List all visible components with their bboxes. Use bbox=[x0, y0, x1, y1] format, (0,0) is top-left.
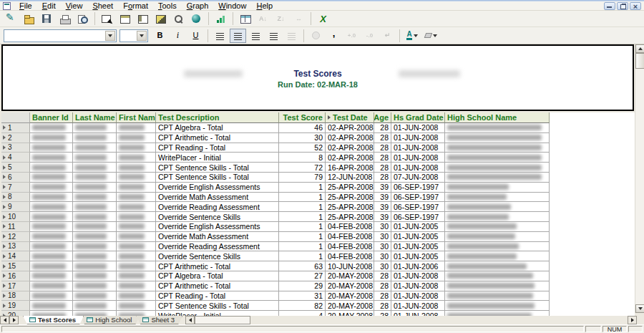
vertical-scrollbar-thumb[interactable] bbox=[635, 53, 644, 69]
cell-test_description[interactable]: WritePlacer - Initial bbox=[156, 311, 279, 316]
row-header-4[interactable]: 4 bbox=[1, 153, 30, 163]
cell-first_name[interactable] bbox=[117, 232, 156, 242]
row-header-12[interactable]: 12 bbox=[1, 232, 30, 242]
cell-first_name[interactable] bbox=[117, 271, 156, 281]
chevron-down-icon[interactable] bbox=[137, 31, 147, 41]
row-header-9[interactable]: 9 bbox=[1, 202, 30, 212]
cell-hs_grad_date[interactable]: 01-JUN-2006 bbox=[391, 261, 445, 271]
column-header-high_school_name[interactable]: High School Name bbox=[445, 112, 550, 123]
cell-test_description[interactable]: CPT Sentence Skills - Total bbox=[156, 301, 279, 311]
tab-scroll-left-button[interactable] bbox=[0, 316, 9, 324]
cell-banner_id[interactable] bbox=[30, 242, 73, 252]
menu-item-help[interactable]: Help bbox=[251, 1, 278, 10]
cell-banner_id[interactable] bbox=[30, 222, 73, 232]
cell-test_description[interactable]: WritePlacer - Initial bbox=[156, 153, 279, 163]
cell-test_score[interactable]: 27 bbox=[279, 271, 326, 281]
tab-sheet-3[interactable]: Sheet 3 bbox=[136, 316, 182, 324]
restore-button[interactable] bbox=[617, 2, 628, 10]
cell-last_name[interactable] bbox=[73, 143, 117, 153]
cell-hs_grad_date[interactable]: 06-SEP-1997 bbox=[391, 212, 445, 222]
cell-high_school_name[interactable] bbox=[445, 173, 550, 183]
cell-test_date[interactable]: 04-FEB-2008 bbox=[326, 242, 374, 252]
cell-test_description[interactable]: Override Reading Assessment bbox=[156, 242, 279, 252]
cell-test_date[interactable]: 12-JUN-2008 bbox=[326, 173, 374, 183]
cell-last_name[interactable] bbox=[73, 183, 117, 193]
cell-high_school_name[interactable] bbox=[445, 143, 550, 153]
row-header-5[interactable]: 5 bbox=[1, 163, 30, 173]
cell-banner_id[interactable] bbox=[30, 212, 73, 222]
cell-test_score[interactable]: 8 bbox=[279, 153, 326, 163]
cell-last_name[interactable] bbox=[73, 281, 117, 291]
menu-item-window[interactable]: Window bbox=[213, 1, 251, 10]
cell-hs_grad_date[interactable]: 06-SEP-1997 bbox=[391, 202, 445, 212]
cell-test_score[interactable]: 1 bbox=[279, 251, 326, 261]
cell-test_description[interactable]: CPT Sentence Skills - Total bbox=[156, 163, 279, 173]
vertical-scrollbar[interactable] bbox=[635, 44, 644, 313]
column-header-test_description[interactable]: Test Description bbox=[156, 112, 279, 123]
cell-hs_grad_date[interactable]: 01-JUN-2008 bbox=[391, 143, 445, 153]
row-header-3[interactable]: 3 bbox=[1, 143, 30, 153]
cell-high_school_name[interactable] bbox=[445, 242, 550, 252]
cell-first_name[interactable] bbox=[117, 123, 156, 133]
cell-high_school_name[interactable] bbox=[445, 271, 550, 281]
column-header-hs_grad_date[interactable]: Hs Grad Date bbox=[391, 112, 445, 123]
cell-age[interactable]: 30 bbox=[374, 242, 391, 252]
menu-item-view[interactable]: View bbox=[61, 1, 88, 10]
cell-hs_grad_date[interactable]: 01-JUN-2005 bbox=[391, 222, 445, 232]
cell-hs_grad_date[interactable]: 01-JUN-2005 bbox=[391, 242, 445, 252]
row-header-1[interactable]: 1 bbox=[1, 123, 30, 133]
cell-test_date[interactable]: 25-APR-2008 bbox=[326, 193, 374, 203]
cell-test_date[interactable]: 25-APR-2008 bbox=[326, 202, 374, 212]
align-left-button[interactable] bbox=[212, 29, 228, 43]
row-header-11[interactable]: 11 bbox=[1, 222, 30, 232]
cell-test_score[interactable]: 30 bbox=[279, 133, 326, 143]
cell-hs_grad_date[interactable]: 01-JUN-2008 bbox=[391, 281, 445, 291]
menu-item-sheet[interactable]: Sheet bbox=[87, 1, 118, 10]
cell-banner_id[interactable] bbox=[30, 143, 73, 153]
menu-item-format[interactable]: Format bbox=[118, 1, 153, 10]
cell-banner_id[interactable] bbox=[30, 291, 73, 301]
cell-test_description[interactable]: CPT Arithmetic - Total bbox=[156, 133, 279, 143]
cell-hs_grad_date[interactable]: 01-JUN-2008 bbox=[391, 301, 445, 311]
cell-test_description[interactable]: CPT Algebra - Total bbox=[156, 271, 279, 281]
cell-hs_grad_date[interactable]: 01-JUN-2008 bbox=[391, 133, 445, 143]
row-header-10[interactable]: 10 bbox=[1, 212, 30, 222]
cell-high_school_name[interactable] bbox=[445, 202, 550, 212]
row-header-7[interactable]: 7 bbox=[1, 183, 30, 193]
cell-test_date[interactable]: 04-FEB-2008 bbox=[326, 222, 374, 232]
cell-test_score[interactable]: 82 bbox=[279, 301, 326, 311]
row-header-20[interactable]: 20 bbox=[1, 311, 30, 316]
cell-first_name[interactable] bbox=[117, 261, 156, 271]
row-header-13[interactable]: 13 bbox=[1, 242, 30, 252]
horizontal-scrollbar-track[interactable] bbox=[250, 316, 644, 324]
cell-high_school_name[interactable] bbox=[445, 183, 550, 193]
cell-first_name[interactable] bbox=[117, 153, 156, 163]
cell-banner_id[interactable] bbox=[30, 271, 73, 281]
cell-test_date[interactable]: 25-APR-2008 bbox=[326, 183, 374, 193]
cell-test_date[interactable]: 16-APR-2008 bbox=[326, 163, 374, 173]
cell-test_description[interactable]: CPT Sentence Skills - Total bbox=[156, 173, 279, 183]
cell-high_school_name[interactable] bbox=[445, 311, 550, 316]
cell-high_school_name[interactable] bbox=[445, 222, 550, 232]
cell-age[interactable]: 28 bbox=[374, 301, 391, 311]
menu-item-edit[interactable]: Edit bbox=[37, 1, 61, 10]
cell-last_name[interactable] bbox=[73, 301, 117, 311]
cell-banner_id[interactable] bbox=[30, 301, 73, 311]
cell-age[interactable]: 28 bbox=[374, 143, 391, 153]
cell-first_name[interactable] bbox=[117, 301, 156, 311]
cell-first_name[interactable] bbox=[117, 251, 156, 261]
cell-test_score[interactable]: 1 bbox=[279, 183, 326, 193]
horizontal-scrollbar-thumb[interactable] bbox=[195, 316, 250, 324]
cell-high_school_name[interactable] bbox=[445, 153, 550, 163]
cell-test_description[interactable]: CPT Arithmetic - Total bbox=[156, 281, 279, 291]
cell-test_date[interactable]: 02-APR-2008 bbox=[326, 153, 374, 163]
column-header-age[interactable]: Age bbox=[374, 112, 391, 123]
cell-last_name[interactable] bbox=[73, 271, 117, 281]
cell-first_name[interactable] bbox=[117, 133, 156, 143]
menu-item-file[interactable]: File bbox=[14, 1, 37, 10]
cell-test_description[interactable]: Override English Assessments bbox=[156, 183, 279, 193]
cell-test_date[interactable]: 20-MAY-2008 bbox=[326, 281, 374, 291]
align-justify-button[interactable] bbox=[265, 29, 282, 43]
column-header-first_name[interactable]: First Name bbox=[117, 112, 156, 123]
cell-high_school_name[interactable] bbox=[445, 212, 550, 222]
